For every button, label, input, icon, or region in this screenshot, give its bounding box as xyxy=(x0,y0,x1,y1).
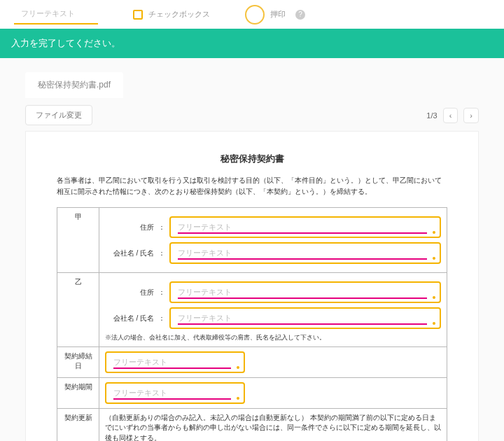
party-a-address-input[interactable]: フリーテキスト xyxy=(169,216,441,238)
status-banner: 入力を完了してください。 xyxy=(0,29,504,58)
contract-date-label: 契約締結日 xyxy=(57,347,99,378)
pager: 1/3 ‹ › xyxy=(426,108,479,123)
document-area: 秘密保持契約書.pdf ファイル変更 1/3 ‹ › 秘密保持契約書 各当事者は… xyxy=(0,58,504,441)
corporation-note: ※法人の場合、会社名に加え、代表取締役等の肩書、氏名を記入して下さい。 xyxy=(105,333,441,342)
contract-period-input[interactable]: フリーテキスト xyxy=(105,382,245,404)
party-b-address-input[interactable]: フリーテキスト xyxy=(169,281,441,303)
party-a-header: 甲 xyxy=(57,208,99,273)
contract-date-input[interactable]: フリーテキスト xyxy=(105,351,245,373)
doc-intro: 各当事者は、甲乙間において取引を行う又は取引を検討する目的（以下、「本件目的」と… xyxy=(57,175,447,197)
doc-title: 秘密保持契約書 xyxy=(57,153,447,165)
free-text-label: フリーテキスト xyxy=(14,4,98,24)
help-icon[interactable]: ? xyxy=(295,10,305,20)
prev-page-button[interactable]: ‹ xyxy=(443,108,458,123)
seal-icon xyxy=(245,5,265,24)
address-label: 住所 xyxy=(105,288,154,298)
party-a-company-input[interactable]: フリーテキスト xyxy=(169,242,441,264)
party-b-header: 乙 xyxy=(57,273,99,347)
seal-label: 押印 xyxy=(270,9,286,20)
company-label: 会社名 / 氏名 xyxy=(105,314,154,323)
address-label: 住所 xyxy=(105,223,154,232)
file-change-button[interactable]: ファイル変更 xyxy=(25,105,92,125)
document-toolbar: ファイル変更 1/3 ‹ › xyxy=(25,105,479,125)
tool-seal[interactable]: 押印 ? xyxy=(245,5,305,24)
file-tab[interactable]: 秘密保持契約書.pdf xyxy=(25,72,123,98)
company-label: 会社名 / 氏名 xyxy=(105,248,154,258)
checkbox-icon xyxy=(133,10,143,20)
contract-renewal-label: 契約更新 xyxy=(57,409,99,442)
page-indicator: 1/3 xyxy=(426,111,437,120)
document-page: 秘密保持契約書 各当事者は、甲乙間において取引を行う又は取引を検討する目的（以下… xyxy=(25,131,479,441)
contract-table: 甲 住所： フリーテキスト 会社名 / 氏名： フリーテキスト 乙 住所 xyxy=(57,207,447,441)
contract-renewal-text: （自動更新ありの場合のみ記入。未記入の場合は自動更新なし） 本契約の期間満了前の… xyxy=(99,409,447,442)
tool-checkbox[interactable]: チェックボックス xyxy=(133,9,210,20)
checkbox-label: チェックボックス xyxy=(148,9,210,20)
tool-free-text[interactable]: フリーテキスト xyxy=(14,4,98,24)
field-toolbar: フリーテキスト チェックボックス 押印 ? xyxy=(0,0,504,29)
party-b-company-input[interactable]: フリーテキスト xyxy=(169,307,441,329)
next-page-button[interactable]: › xyxy=(463,108,479,123)
contract-period-label: 契約期間 xyxy=(57,378,99,409)
